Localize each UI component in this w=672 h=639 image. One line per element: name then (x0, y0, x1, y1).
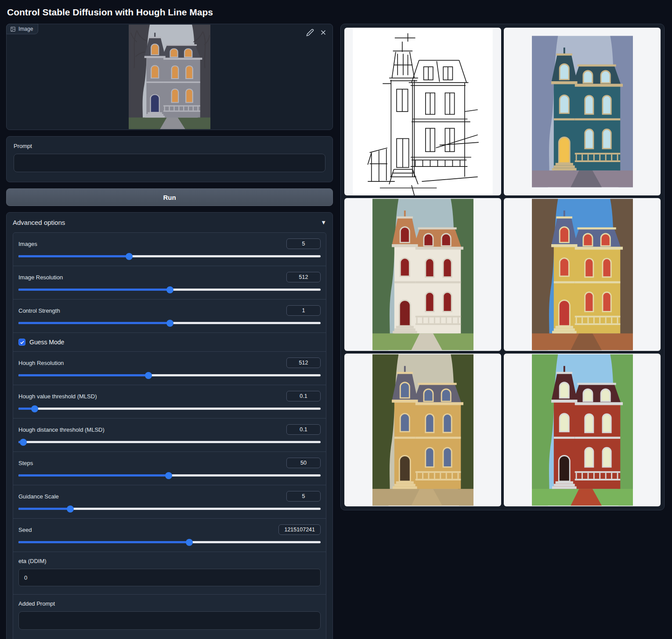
hough-distance-threshold-slider[interactable] (18, 441, 321, 443)
eta-row: eta (DDIM) (13, 552, 326, 595)
images-slider[interactable] (18, 255, 321, 257)
guidance-scale-value[interactable]: 5 (286, 491, 321, 502)
prompt-label: Prompt (14, 143, 325, 149)
hough-value-threshold-value[interactable]: 0.1 (286, 391, 321, 401)
hough-resolution-value[interactable]: 512 (286, 357, 321, 368)
image-icon (10, 26, 16, 32)
slider-row-image-resolution: Image Resolution 512 (13, 266, 326, 300)
hough-line-map-image (344, 28, 501, 195)
images-label: Images (18, 241, 37, 247)
gallery-item-hough-map[interactable] (344, 28, 501, 195)
seed-slider[interactable] (18, 541, 321, 543)
x-icon (319, 29, 327, 36)
output-gallery (340, 24, 665, 510)
added-prompt-label: Added Prompt (18, 600, 321, 607)
hough-value-threshold-slider[interactable] (18, 408, 321, 410)
generated-image-yellow-house (532, 198, 633, 351)
image-actions (305, 28, 328, 37)
hough-distance-threshold-value[interactable]: 0.1 (286, 424, 321, 435)
images-value[interactable]: 5 (286, 238, 321, 249)
app-root: Control Stable Diffusion with Hough Line… (0, 0, 672, 639)
slider-row-hough-value-threshold: Hough value threshold (MLSD) 0.1 (13, 385, 326, 419)
seed-value[interactable]: 1215107241 (278, 524, 321, 535)
hough-value-threshold-label: Hough value threshold (MLSD) (18, 393, 97, 400)
advanced-form: Images 5 Image Resolution 512 (13, 232, 326, 639)
steps-slider-handle[interactable] (165, 472, 172, 479)
gallery-item-teal-house[interactable] (504, 28, 661, 195)
image-input-panel: Image (6, 24, 333, 130)
eta-input[interactable] (18, 569, 321, 586)
guess-mode-row: Guess Mode (13, 333, 326, 352)
eta-label: eta (DDIM) (18, 558, 321, 564)
page-title: Control Stable Diffusion with Hough Line… (6, 0, 666, 24)
control-strength-label: Control Strength (18, 307, 60, 314)
image-input-label: Image (18, 26, 33, 32)
control-strength-slider[interactable] (18, 322, 321, 324)
slider-row-images: Images 5 (13, 233, 326, 266)
main-layout: Image (6, 24, 666, 639)
guidance-scale-label: Guidance Scale (18, 493, 59, 500)
advanced-options-panel: Advanced options ▼ Images 5 (6, 212, 333, 639)
image-resolution-slider-handle[interactable] (166, 286, 173, 293)
hough-value-threshold-slider-handle[interactable] (31, 405, 38, 412)
guess-mode-checkbox[interactable] (18, 339, 25, 346)
prompt-input[interactable] (14, 154, 325, 172)
steps-slider[interactable] (18, 474, 321, 477)
control-strength-slider-handle[interactable] (166, 320, 173, 327)
uploaded-image (129, 25, 210, 129)
hough-resolution-slider-handle[interactable] (145, 372, 152, 379)
image-resolution-label: Image Resolution (18, 274, 63, 281)
steps-value[interactable]: 50 (286, 458, 321, 468)
prompt-panel: Prompt (6, 136, 333, 182)
steps-label: Steps (18, 460, 33, 466)
slider-row-steps: Steps 50 (13, 452, 326, 485)
generated-image-teal-house (532, 35, 633, 188)
guidance-scale-slider[interactable] (18, 508, 321, 510)
guidance-scale-slider-handle[interactable] (67, 505, 74, 513)
slider-row-hough-resolution: Hough Resolution 512 (13, 352, 326, 385)
gallery-item-white-house[interactable] (344, 198, 501, 351)
control-strength-value[interactable]: 1 (286, 305, 321, 316)
hough-resolution-slider[interactable] (18, 374, 321, 376)
generated-image-white-house (372, 198, 473, 351)
images-slider-handle[interactable] (126, 253, 133, 260)
advanced-options-title: Advanced options (13, 219, 65, 226)
seed-label: Seed (18, 527, 32, 533)
hough-distance-threshold-label: Hough distance threshold (MLSD) (18, 426, 105, 433)
slider-row-seed: Seed 1215107241 (13, 519, 326, 552)
clear-image-button[interactable] (318, 28, 328, 37)
generated-image-gold-house (372, 354, 473, 506)
image-input-label-chip: Image (6, 24, 38, 34)
added-prompt-row: Added Prompt (13, 595, 326, 639)
generated-image-red-house (532, 354, 633, 506)
collapse-caret-icon: ▼ (321, 219, 326, 226)
check-icon (20, 340, 25, 345)
guess-mode-label: Guess Mode (29, 339, 64, 346)
seed-slider-handle[interactable] (186, 539, 193, 546)
edit-image-button[interactable] (305, 28, 315, 37)
hough-resolution-label: Hough Resolution (18, 360, 64, 366)
gallery-item-yellow-house[interactable] (504, 198, 661, 351)
pencil-icon (306, 29, 314, 36)
controls-column: Image (6, 24, 333, 639)
run-button[interactable]: Run (6, 188, 333, 206)
gallery-item-gold-house[interactable] (344, 354, 501, 506)
advanced-options-header[interactable]: Advanced options ▼ (13, 219, 326, 226)
image-resolution-slider[interactable] (18, 289, 321, 291)
image-resolution-value[interactable]: 512 (286, 272, 321, 282)
slider-row-control-strength: Control Strength 1 (13, 300, 326, 333)
added-prompt-input[interactable] (18, 611, 321, 630)
hough-distance-threshold-slider-handle[interactable] (20, 439, 27, 446)
slider-row-guidance-scale: Guidance Scale 5 (13, 485, 326, 519)
gallery-item-red-house[interactable] (504, 354, 661, 506)
slider-row-hough-distance-threshold: Hough distance threshold (MLSD) 0.1 (13, 419, 326, 452)
